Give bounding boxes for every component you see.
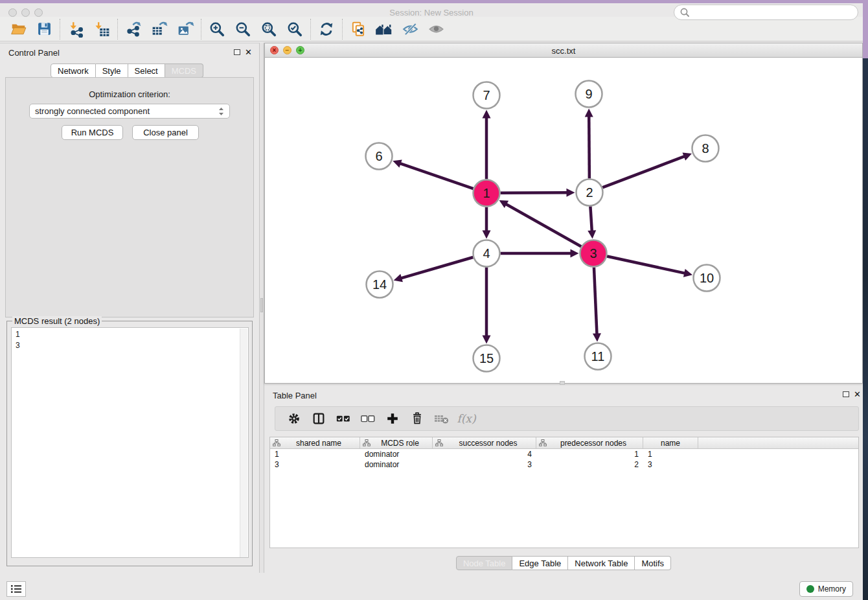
export-table-button[interactable] (146, 19, 172, 40)
column-header-predecessor-nodes[interactable]: predecessor nodes (536, 437, 643, 448)
search-input[interactable] (690, 7, 852, 17)
edge-arrow-2-3 (588, 230, 596, 238)
graph-node-label-14: 14 (372, 277, 387, 292)
close-panel-icon[interactable]: ✕ (245, 49, 252, 56)
network-canvas[interactable]: 7968124314101511 (265, 58, 862, 383)
table-header-row: shared nameMCDS rolesuccessor nodesprede… (270, 437, 858, 449)
main-toolbar (0, 17, 863, 41)
edge-1-6[interactable] (400, 163, 474, 189)
home-view-icon (374, 21, 394, 38)
search-field[interactable] (674, 5, 858, 20)
table-cell[interactable]: 3 (270, 459, 360, 470)
result-line: 1 (16, 329, 244, 340)
list-icon (9, 583, 23, 595)
table-row[interactable]: 3dominator323 (270, 459, 858, 470)
delete-table-button[interactable] (429, 408, 454, 429)
column-header-MCDS-role[interactable]: MCDS role (360, 437, 433, 448)
column-header-successor-nodes[interactable]: successor nodes (433, 437, 536, 448)
graph-node-label-9: 9 (585, 87, 592, 101)
add-button[interactable] (380, 408, 405, 429)
table-cell[interactable]: 1 (643, 449, 698, 459)
task-history-button[interactable] (6, 581, 26, 597)
graph-node-label-7: 7 (483, 88, 490, 102)
run-mcds-button[interactable]: Run MCDS (62, 125, 123, 140)
column-header-name[interactable]: name (643, 437, 698, 448)
table-cell[interactable]: 3 (433, 459, 536, 470)
table-cell[interactable]: 4 (433, 449, 536, 459)
sort-tree-icon (273, 439, 280, 446)
tab-network[interactable]: Network (51, 63, 96, 78)
graph-node-label-15: 15 (479, 351, 494, 365)
graph-node-label-1: 1 (483, 186, 490, 200)
tab-style[interactable]: Style (96, 63, 128, 78)
select-all-button[interactable] (331, 408, 356, 429)
table-settings-button[interactable] (282, 408, 306, 429)
app-window: Session: New Session Control Panel ✕ Net… (0, 0, 868, 600)
edge-arrow-1-6 (393, 159, 402, 167)
mcds-result-list[interactable]: 13 (11, 327, 249, 558)
memory-button[interactable]: Memory (799, 581, 853, 597)
control-panel-tabs: NetworkStyleSelectMCDS (51, 63, 203, 78)
export-image-icon (177, 21, 194, 38)
edge-1-2[interactable] (500, 192, 567, 193)
import-table-button[interactable] (89, 19, 115, 40)
function-builder-button[interactable]: f(x) (454, 408, 479, 429)
zoom-fit-button[interactable] (256, 19, 282, 40)
edge-3-11[interactable] (594, 267, 597, 334)
export-image-button[interactable] (172, 19, 198, 40)
edge-3-10[interactable] (607, 257, 685, 273)
edge-4-14[interactable] (400, 257, 473, 279)
vertical-splitter[interactable] (259, 43, 264, 573)
table-tab-network-table[interactable]: Network Table (568, 556, 635, 570)
column-header-shared-name[interactable]: shared name (270, 437, 360, 448)
table-cell[interactable]: 2 (536, 459, 643, 470)
duplicate-network-button[interactable] (345, 19, 371, 40)
table-cell[interactable]: 3 (643, 459, 698, 470)
table-row[interactable]: 1dominator411 (270, 449, 858, 459)
import-network-button[interactable] (63, 19, 89, 40)
edge-2-9[interactable] (589, 115, 589, 178)
deselect-all-icon (360, 413, 376, 424)
close-table-panel-icon[interactable]: ✕ (854, 391, 861, 398)
float-panel-icon[interactable] (234, 49, 240, 55)
status-bar: Memory (0, 573, 863, 600)
table-cell[interactable]: dominator (360, 459, 433, 470)
zoom-selected-button[interactable] (282, 19, 308, 40)
splitter-grip[interactable] (260, 298, 263, 312)
refresh-view-button[interactable] (314, 19, 339, 40)
graph-node-label-11: 11 (591, 349, 605, 363)
duplicate-network-icon (350, 21, 367, 38)
tab-select[interactable]: Select (128, 63, 165, 78)
export-network-button[interactable] (120, 19, 146, 40)
result-scrollbar[interactable] (240, 329, 247, 558)
table-cell[interactable]: dominator (360, 449, 433, 459)
table-tab-edge-table[interactable]: Edge Table (512, 556, 568, 570)
table-tab-node-table[interactable]: Node Table (456, 556, 513, 570)
toolbar-separator (310, 19, 311, 40)
table-cell[interactable]: 1 (536, 449, 643, 459)
deselect-all-button[interactable] (356, 408, 380, 429)
edge-3-1[interactable] (505, 203, 581, 246)
show-graphics-details-button[interactable] (423, 19, 449, 40)
close-panel-button[interactable]: Close panel (132, 125, 199, 140)
toolbar-separator (117, 19, 118, 40)
horizontal-splitter-grip[interactable] (560, 381, 565, 385)
tab-mcds[interactable]: MCDS (165, 63, 203, 78)
edge-2-8[interactable] (602, 156, 685, 187)
zoom-in-button[interactable] (204, 19, 230, 40)
zoom-out-button[interactable] (230, 19, 256, 40)
home-view-button[interactable] (371, 19, 397, 40)
save-session-button[interactable] (31, 19, 57, 40)
toolbar-separator (60, 19, 60, 40)
hide-graphics-details-button[interactable] (397, 19, 423, 40)
delete-button[interactable] (405, 408, 429, 429)
toolbar-separator (342, 19, 343, 40)
split-view-button[interactable] (306, 408, 331, 429)
edge-2-3[interactable] (590, 206, 591, 231)
table-cell[interactable]: 1 (270, 449, 360, 459)
table-tab-motifs[interactable]: Motifs (635, 556, 671, 570)
float-table-panel-icon[interactable] (843, 391, 849, 397)
zoom-selected-icon (286, 21, 303, 38)
open-session-button[interactable] (5, 19, 31, 40)
criterion-select[interactable]: strongly connected component (29, 104, 230, 119)
